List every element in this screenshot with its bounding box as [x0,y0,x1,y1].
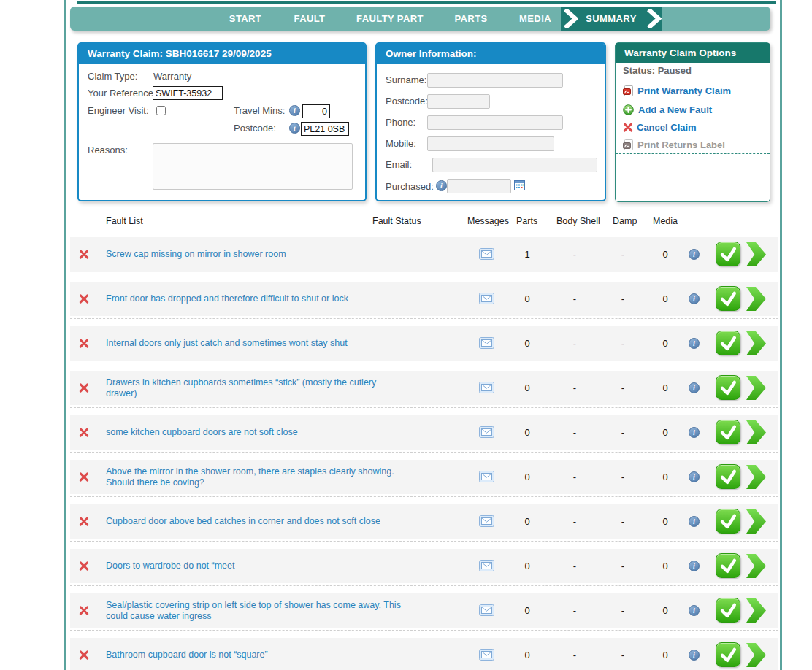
info-icon[interactable] [436,180,447,191]
tab-media[interactable]: MEDIA [519,7,551,31]
calendar-icon[interactable] [514,180,525,190]
purchased-label: Purchased: [386,181,434,192]
complete-fault-button[interactable] [716,242,740,266]
email-input[interactable] [432,158,597,172]
claim-postcode-input[interactable] [301,122,349,136]
your-reference-input[interactable] [153,86,223,100]
delete-fault-icon[interactable] [79,382,89,393]
purchased-input[interactable] [447,179,511,193]
open-fault-arrow[interactable] [746,420,766,444]
complete-fault-button[interactable] [716,553,740,578]
messages-envelope-icon[interactable] [479,337,494,352]
fault-row: Seal/plastic covering strip on left side… [70,593,778,638]
active-tab-label: SUMMARY [586,13,636,24]
messages-envelope-icon[interactable] [479,426,494,441]
fault-link[interactable]: Screw cap missing on mirror in shower ro… [106,237,286,272]
info-icon[interactable] [689,516,700,527]
delete-fault-icon[interactable] [79,650,89,660]
info-icon[interactable] [689,471,700,482]
delete-fault-icon[interactable] [79,427,89,437]
owner-postcode-input[interactable] [427,94,490,109]
messages-envelope-icon[interactable] [479,471,494,485]
fault-link[interactable]: Front door has dropped and therefore dif… [106,282,348,316]
tab-parts[interactable]: PARTS [454,7,487,31]
engineer-visit-checkbox[interactable] [156,106,166,115]
reasons-textarea[interactable] [153,143,353,190]
fault-row: Front door has dropped and therefore dif… [70,282,778,326]
messages-envelope-icon[interactable] [479,649,494,663]
open-fault-arrow[interactable] [746,643,766,667]
messages-envelope-icon[interactable] [479,293,494,307]
info-icon[interactable] [689,605,700,616]
parts-count: 0 [516,282,538,316]
fault-link[interactable]: Internal doors only just catch and somet… [106,326,348,361]
media-count: 0 [654,638,676,670]
open-fault-arrow[interactable] [746,376,766,400]
delete-fault-icon[interactable] [79,249,89,259]
complete-fault-button[interactable] [716,420,740,444]
fault-link[interactable]: Seal/plastic covering strip on left side… [106,593,402,628]
phone-input[interactable] [427,115,563,130]
delete-fault-icon[interactable] [79,338,89,348]
tab-summary[interactable]: SUMMARY [561,7,662,31]
fault-link[interactable]: some kitchen cupboard doors are not soft… [106,415,298,450]
add-new-fault-link[interactable]: Add a New Fault [623,103,712,116]
tab-faulty-part[interactable]: FAULTY PART [356,7,424,31]
messages-envelope-icon[interactable] [479,248,494,263]
complete-fault-button[interactable] [716,598,740,623]
delete-fault-icon[interactable] [79,605,89,615]
travel-mins-input[interactable] [302,104,330,118]
fault-row: Drawers in kitchen cupboards sometimes “… [70,371,778,415]
messages-envelope-icon[interactable] [479,382,494,396]
delete-fault-icon[interactable] [79,471,89,482]
delete-fault-icon[interactable] [79,293,89,304]
open-fault-arrow[interactable] [746,465,766,489]
info-icon[interactable] [689,293,700,304]
open-fault-arrow[interactable] [746,509,766,534]
fault-link[interactable]: Bathroom cupboard door is not “square” [106,638,268,670]
fault-row-band: Front door has dropped and therefore dif… [70,282,778,316]
open-fault-arrow[interactable] [746,242,766,266]
info-icon[interactable] [689,650,700,661]
delete-fault-icon[interactable] [79,561,89,571]
messages-envelope-icon[interactable] [479,604,494,619]
fault-link[interactable]: Above the mirror in the shower room, the… [106,460,402,494]
info-icon[interactable] [689,561,700,571]
mobile-input[interactable] [427,136,554,151]
media-count: 0 [654,237,676,272]
info-icon[interactable] [689,338,700,349]
fault-link[interactable]: Drawers in kitchen cupboards sometimes “… [106,371,402,405]
fault-link[interactable]: Doors to wardrobe do not “meet [106,549,234,583]
open-fault-arrow[interactable] [746,554,766,578]
tab-fault[interactable]: FAULT [294,7,326,31]
info-icon[interactable] [689,427,700,438]
info-icon[interactable] [689,249,700,260]
complete-fault-button[interactable] [716,331,740,355]
complete-fault-button[interactable] [716,375,740,400]
surname-input[interactable] [427,73,563,88]
complete-fault-button[interactable] [716,642,740,667]
media-count: 0 [654,326,676,361]
open-fault-arrow[interactable] [746,287,766,311]
col-parts: Parts [516,216,537,226]
print-warranty-claim-link[interactable]: Print Warranty Claim [623,84,731,97]
col-media: Media [653,216,678,226]
info-icon[interactable] [289,123,300,134]
info-icon[interactable] [689,382,700,393]
tab-start[interactable]: START [229,7,261,31]
complete-fault-button[interactable] [716,286,740,311]
fault-row: Doors to wardrobe do not “meet 0 - - 0 [70,549,778,593]
messages-envelope-icon[interactable] [479,515,494,530]
complete-fault-button[interactable] [716,509,740,534]
options-divider [616,153,770,154]
open-fault-arrow[interactable] [746,598,766,623]
fault-row: Internal doors only just catch and somet… [70,326,778,371]
delete-fault-icon[interactable] [79,516,89,526]
open-fault-arrow[interactable] [746,331,766,355]
info-icon[interactable] [289,105,300,116]
cancel-claim-link[interactable]: Cancel Claim [623,120,697,134]
complete-fault-button[interactable] [716,464,740,489]
fault-link[interactable]: Cupboard door above bed catches in corne… [106,504,380,539]
messages-envelope-icon[interactable] [479,560,494,574]
fault-row: Above the mirror in the shower room, the… [70,460,778,504]
